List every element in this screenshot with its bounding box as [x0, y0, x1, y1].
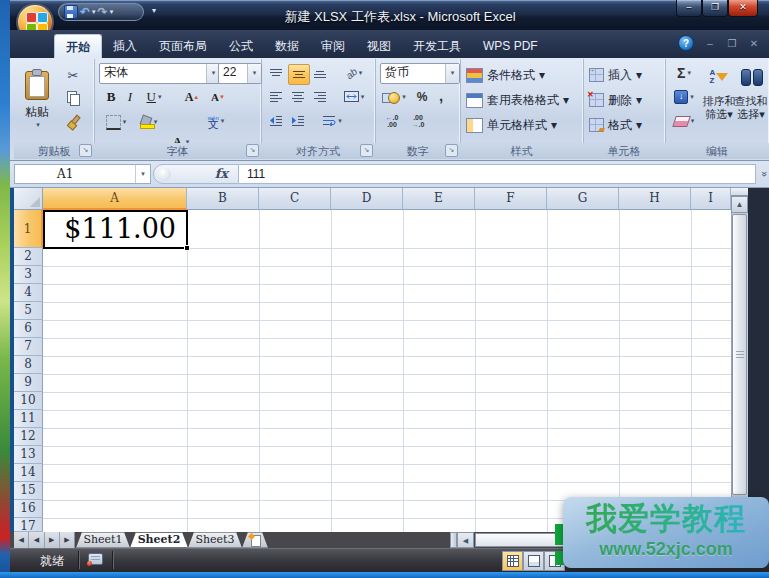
row-header-6[interactable]: 6 [14, 320, 43, 338]
align-middle-button[interactable] [288, 64, 310, 85]
row-header-17[interactable]: 17 [14, 518, 43, 532]
sheet-tab-sheet2[interactable]: Sheet2 [130, 532, 188, 548]
italic-button[interactable]: I [122, 87, 138, 107]
format-painter-button[interactable] [62, 111, 84, 131]
tab-view[interactable]: 视图 [356, 34, 402, 58]
column-header-c[interactable]: C [259, 188, 331, 210]
increase-indent-button[interactable] [288, 111, 308, 130]
save-icon[interactable] [64, 5, 78, 19]
decrease-decimal-button[interactable]: .00→.0 [407, 111, 429, 131]
find-select-button[interactable]: 查找和 选择▾ [733, 95, 769, 121]
macro-record-icon[interactable] [88, 553, 103, 565]
fill-button[interactable]: ↓ ▾ [669, 87, 699, 107]
redo-dropdown-icon[interactable]: ▾ [110, 4, 114, 20]
merge-center-button[interactable]: ▾ [339, 87, 369, 106]
row-header-9[interactable]: 9 [14, 374, 43, 392]
row-header-10[interactable]: 10 [14, 392, 43, 410]
formula-input[interactable]: 111 [239, 164, 756, 184]
percent-style-button[interactable]: % [413, 87, 431, 107]
tab-wps-pdf[interactable]: WPS PDF [472, 34, 549, 58]
next-sheet-icon[interactable]: ▶ [45, 532, 60, 548]
format-cells-button[interactable]: ▰ 格式 ▾ [589, 115, 642, 135]
phonetic-button[interactable]: wén 文 ▾ [200, 110, 232, 132]
tab-formulas[interactable]: 公式 [218, 34, 264, 58]
row-header-14[interactable]: 14 [14, 464, 43, 482]
format-as-table-button[interactable]: 套用表格格式 ▾ [466, 90, 569, 110]
find-select-icon-area[interactable] [739, 66, 765, 88]
row-header-12[interactable]: 12 [14, 428, 43, 446]
row-header-16[interactable]: 16 [14, 500, 43, 518]
insert-cells-button[interactable]: → 插入 ▾ [589, 65, 642, 85]
bold-button[interactable]: B [102, 87, 120, 107]
sheet-tab-sheet3[interactable]: Sheet3 [188, 532, 242, 548]
font-size-combo[interactable]: 22 ▾ [218, 63, 262, 84]
row-header-4[interactable]: 4 [14, 284, 43, 302]
decrease-indent-button[interactable] [266, 111, 286, 130]
number-format-combo[interactable]: 货币 ▾ [380, 63, 460, 84]
cut-button[interactable]: ✂ [62, 65, 84, 85]
row-header-3[interactable]: 3 [14, 266, 43, 284]
orientation-button[interactable]: ab ▾ [339, 63, 369, 83]
workbook-restore-icon[interactable]: ❐ [724, 38, 740, 50]
tab-developer[interactable]: 开发工具 [402, 34, 472, 58]
undo-dropdown-icon[interactable]: ▾ [92, 4, 96, 20]
sort-filter-icon-area[interactable]: AZ [705, 64, 733, 90]
sheet-tab-sheet1[interactable]: Sheet1 [76, 532, 130, 548]
name-box[interactable]: A1 ▾ [14, 164, 151, 184]
formula-bar-expand-icon[interactable]: » [756, 168, 769, 180]
align-top-button[interactable] [266, 64, 286, 83]
row-header-11[interactable]: 11 [14, 410, 43, 428]
row-header-2[interactable]: 2 [14, 248, 43, 266]
delete-cells-button[interactable]: ✕ 删除 ▾ [589, 90, 642, 110]
workbook-close-icon[interactable]: ✕ [746, 38, 762, 50]
tab-review[interactable]: 审阅 [310, 34, 356, 58]
row-header-15[interactable]: 15 [14, 482, 43, 500]
cell-styles-button[interactable]: 单元格样式 ▾ [466, 115, 557, 135]
insert-function-button[interactable]: fx [153, 164, 239, 184]
row-header-8[interactable]: 8 [14, 356, 43, 374]
column-header-h[interactable]: H [619, 188, 691, 210]
row-header-5[interactable]: 5 [14, 302, 43, 320]
underline-button[interactable]: U ▾ [140, 87, 168, 107]
tab-data[interactable]: 数据 [264, 34, 310, 58]
grow-font-button[interactable]: A▲ [180, 87, 204, 107]
column-header-b[interactable]: B [187, 188, 259, 210]
row-header-1[interactable]: 1 [14, 210, 43, 248]
accounting-format-button[interactable]: ▾ [379, 87, 409, 107]
column-header-d[interactable]: D [331, 188, 403, 210]
sort-filter-button[interactable]: 排序和 筛选▾ [701, 95, 737, 121]
column-header-a[interactable]: A [43, 188, 187, 210]
page-layout-view-button[interactable] [523, 551, 544, 571]
tab-page-layout[interactable]: 页面布局 [148, 34, 218, 58]
vertical-scrollbar-thumb[interactable] [732, 214, 747, 495]
column-header-e[interactable]: E [403, 188, 475, 210]
align-center-button[interactable] [288, 87, 308, 106]
scroll-up-icon[interactable]: ▲ [731, 196, 748, 213]
prev-sheet-icon[interactable]: ◀ [29, 532, 44, 548]
select-all-corner[interactable] [14, 188, 43, 210]
font-size-dropdown-icon[interactable]: ▾ [247, 64, 261, 83]
row-header-13[interactable]: 13 [14, 446, 43, 464]
tab-home[interactable]: 开始 [54, 34, 102, 58]
undo-icon[interactable]: ↶ [80, 4, 90, 20]
number-format-dropdown-icon[interactable]: ▾ [445, 64, 459, 83]
vertical-split-box[interactable] [731, 188, 748, 196]
help-icon[interactable]: ? [678, 35, 694, 51]
first-sheet-icon[interactable]: ◀ [14, 532, 29, 548]
autosum-button[interactable]: Σ ▾ [669, 63, 699, 83]
column-header-g[interactable]: G [547, 188, 619, 210]
normal-view-button[interactable] [502, 551, 523, 571]
scroll-left-icon[interactable]: ◀ [457, 532, 474, 548]
column-header-f[interactable]: F [475, 188, 547, 210]
copy-button[interactable] [62, 87, 84, 107]
align-left-button[interactable] [266, 87, 286, 106]
name-box-dropdown-icon[interactable]: ▾ [135, 165, 150, 183]
redo-icon[interactable]: ↷ [98, 4, 108, 20]
comma-style-button[interactable]: , [433, 85, 449, 105]
alignment-dialog-launcher[interactable]: ↘ [360, 144, 373, 157]
number-dialog-launcher[interactable]: ↘ [445, 144, 458, 157]
qat-customize-icon[interactable]: ▾ [148, 6, 160, 19]
row-header-7[interactable]: 7 [14, 338, 43, 356]
font-dialog-launcher[interactable]: ↘ [246, 144, 259, 157]
close-button[interactable]: ✕ [728, 0, 758, 17]
